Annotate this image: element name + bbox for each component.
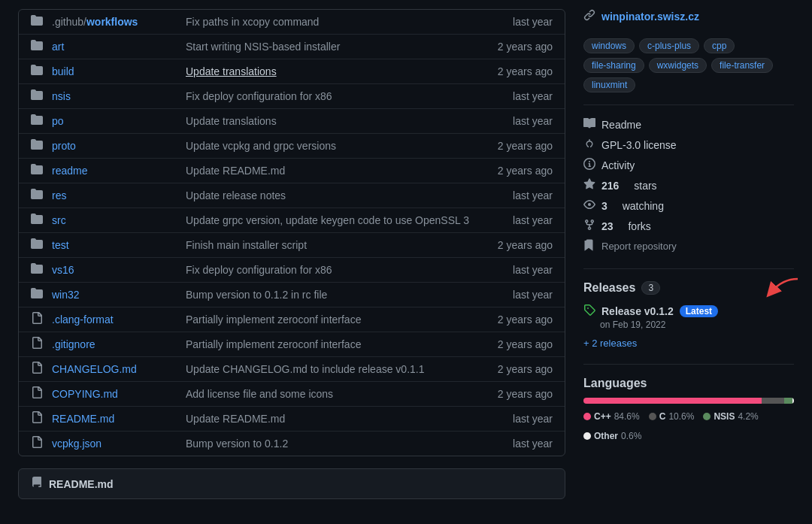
divider-3 (583, 364, 794, 365)
file-icon (31, 411, 46, 426)
flag-icon (583, 239, 595, 253)
sidebar-stars-row[interactable]: 216 stars (583, 178, 794, 192)
file-name[interactable]: res (52, 189, 180, 201)
file-time: last year (485, 413, 553, 425)
file-commit: Update release notes (186, 189, 479, 201)
file-name[interactable]: vcpkg.json (52, 438, 180, 450)
file-commit: Update README.md (186, 413, 479, 425)
stars-label: stars (634, 180, 656, 192)
sidebar-website-section: winpinator.swisz.cz (583, 9, 794, 23)
tags-row: windowsc-plus-pluscppfile-sharingwxwidge… (583, 38, 794, 92)
table-row: COPYING.mdAdd license file and some icon… (19, 382, 565, 407)
folder-icon (31, 213, 46, 228)
file-name[interactable]: .clang-format (52, 313, 180, 326)
sidebar-website-row: winpinator.swisz.cz (583, 9, 794, 23)
file-name[interactable]: README.md (52, 413, 180, 425)
file-name[interactable]: CHANGELOG.md (52, 363, 180, 375)
table-row: win32Bump version to 0.1.2 in rc filelas… (19, 283, 565, 307)
file-name[interactable]: vs16 (52, 264, 180, 276)
lang-name: C++ (594, 411, 611, 422)
forks-label: forks (628, 220, 650, 232)
tag-item[interactable]: wxwidgets (649, 58, 707, 73)
file-time: 2 years ago (485, 165, 553, 177)
file-time: 2 years ago (485, 388, 553, 400)
file-commit: Update CHANGELOG.md to include release v… (186, 363, 479, 375)
release-name-row[interactable]: Release v0.1.2 Latest (583, 304, 794, 318)
list-icon (31, 477, 43, 491)
table-row: README.mdUpdate README.mdlast year (19, 407, 565, 432)
file-time: 2 years ago (485, 65, 553, 77)
sidebar-activity-row[interactable]: Activity (583, 158, 794, 172)
table-row: artStart writing NSIS-based installer2 y… (19, 35, 565, 59)
lang-pct: 84.6% (614, 411, 640, 422)
file-time: last year (485, 438, 553, 450)
releases-count-badge: 3 (641, 281, 660, 295)
file-commit: Start writing NSIS-based installer (186, 41, 479, 53)
sidebar-license-row[interactable]: GPL-3.0 license (583, 138, 794, 152)
license-label: GPL-3.0 license (601, 139, 677, 151)
file-name[interactable]: art (52, 41, 180, 53)
sidebar-stats-section: Readme GPL-3.0 license Activity (583, 117, 794, 253)
file-time: last year (485, 115, 553, 127)
lang-dot (583, 413, 591, 420)
table-row: CHANGELOG.mdUpdate CHANGELOG.md to inclu… (19, 357, 565, 382)
sidebar-forks-row[interactable]: 23 forks (583, 219, 794, 233)
fork-icon (583, 219, 595, 233)
file-name[interactable]: po (52, 115, 180, 127)
lang-name: Other (594, 431, 618, 441)
languages-title: Languages (583, 377, 794, 390)
table-row: vcpkg.jsonBump version to 0.1.2last year (19, 432, 565, 456)
sidebar-readme-row[interactable]: Readme (583, 117, 794, 132)
folder-icon (31, 188, 46, 203)
lang-item: C10.6% (649, 411, 695, 422)
file-name[interactable]: proto (52, 140, 180, 152)
tag-item[interactable]: cpp (704, 38, 735, 53)
file-name[interactable]: build (52, 65, 180, 77)
file-name[interactable]: nsis (52, 90, 180, 102)
sidebar-report-row[interactable]: Report repository (583, 239, 794, 253)
file-commit: Bump version to 0.1.2 in rc file (186, 289, 479, 301)
sidebar-watching-row[interactable]: 3 watching (583, 198, 794, 213)
file-time: last year (485, 214, 553, 226)
folder-icon (31, 114, 46, 129)
lang-list: C++84.6%C10.6%NSIS4.2%Other0.6% (583, 411, 794, 441)
watching-label: watching (623, 200, 664, 212)
tag-item[interactable]: c-plus-plus (639, 38, 699, 53)
readme-footer[interactable]: README.md (18, 468, 565, 499)
tag-item[interactable]: file-sharing (583, 58, 644, 73)
lang-bar-segment (792, 398, 794, 404)
activity-icon (583, 158, 595, 172)
file-name[interactable]: win32 (52, 289, 180, 301)
file-name[interactable]: readme (52, 165, 180, 177)
more-releases-link[interactable]: + 2 releases (583, 338, 794, 349)
activity-label: Activity (601, 159, 635, 171)
release-name: Release v0.1.2 (601, 305, 674, 317)
tag-item[interactable]: windows (583, 38, 635, 53)
file-time: last year (485, 264, 553, 276)
lang-pct: 0.6% (621, 431, 641, 441)
folder-icon (31, 39, 46, 54)
file-name[interactable]: COPYING.md (52, 388, 180, 400)
file-time: last year (485, 90, 553, 102)
sidebar: winpinator.swisz.cz windowsc-plus-pluscp… (583, 9, 794, 499)
table-row: buildUpdate translations2 years ago (19, 59, 565, 84)
website-link[interactable]: winpinator.swisz.cz (601, 11, 699, 23)
folder-icon (31, 262, 46, 277)
folder-icon (31, 14, 46, 29)
tag-item[interactable]: linuxmint (583, 77, 635, 92)
file-name[interactable]: src (52, 214, 180, 226)
tag-item[interactable]: file-transfer (711, 58, 773, 73)
latest-badge: Latest (680, 305, 718, 317)
languages-section: Languages C++84.6%C10.6%NSIS4.2%Other0.6… (583, 377, 794, 441)
file-name[interactable]: .github/workflows (52, 16, 180, 28)
file-name[interactable]: .gitignore (52, 338, 180, 350)
file-commit[interactable]: Update translations (186, 65, 479, 77)
arrow-annotation (756, 275, 801, 305)
file-name[interactable]: test (52, 239, 180, 251)
file-time: 2 years ago (485, 41, 553, 53)
report-label: Report repository (601, 241, 677, 252)
file-commit: Add license file and some icons (186, 388, 479, 400)
divider-2 (583, 268, 794, 269)
scale-icon (583, 138, 595, 152)
link-icon (583, 9, 595, 23)
